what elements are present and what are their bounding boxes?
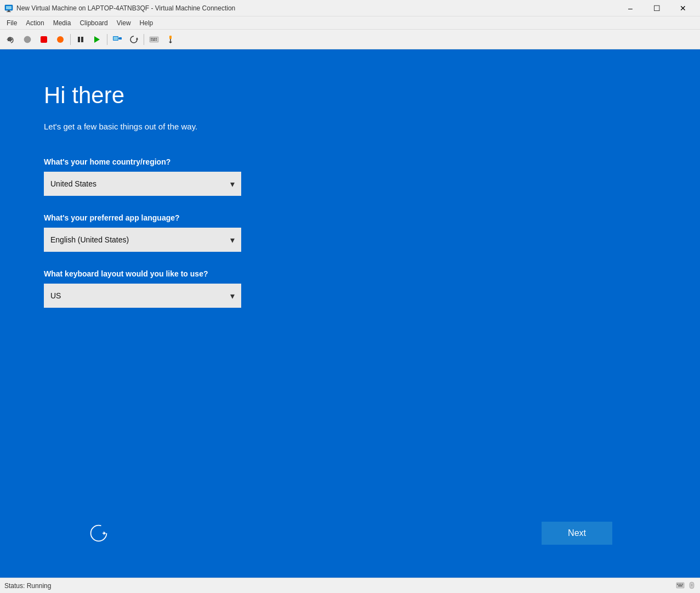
vm-icon [4, 4, 13, 13]
language-select-wrapper: English (United States) [44, 228, 241, 252]
toolbar-separator-1 [70, 34, 71, 45]
keyboard-icon [149, 36, 159, 43]
next-button[interactable]: Next [542, 522, 612, 545]
menu-file[interactable]: File [2, 18, 21, 28]
reset-icon [129, 35, 138, 44]
vm-content: Hi there Let's get a few basic things ou… [0, 49, 700, 578]
power-icon [56, 35, 65, 44]
svg-rect-3 [7, 12, 11, 12]
svg-rect-34 [682, 584, 683, 585]
menu-help[interactable]: Help [135, 18, 158, 28]
reset-progress-icon [88, 522, 110, 544]
menu-bar: File Action Media Clipboard View Help [0, 16, 700, 30]
keyboard-select[interactable]: US [44, 284, 241, 308]
keyboard-group: What keyboard layout would you like to u… [44, 269, 656, 308]
country-group: What's your home country/region? United … [44, 157, 656, 196]
tb-play-button[interactable] [89, 32, 105, 47]
svg-rect-8 [78, 37, 80, 42]
svg-rect-31 [677, 584, 678, 585]
tb-usb-button[interactable] [163, 32, 178, 47]
title-bar-controls: – ☐ ✕ [618, 0, 696, 16]
svg-rect-19 [154, 38, 155, 39]
stop-icon [23, 35, 32, 44]
country-select-wrapper: United States [44, 172, 241, 196]
tb-back-button[interactable] [3, 32, 19, 47]
svg-rect-6 [41, 36, 47, 43]
svg-point-7 [57, 36, 64, 43]
language-label: What's your preferred app language? [44, 213, 656, 222]
title-bar: New Virtual Machine on LAPTOP-4ATNB3QF -… [0, 0, 700, 16]
svg-rect-2 [8, 10, 10, 12]
heading: Hi there [44, 82, 656, 109]
svg-rect-23 [156, 39, 157, 41]
svg-rect-22 [152, 39, 155, 41]
toolbar [0, 30, 700, 49]
svg-rect-17 [151, 38, 152, 39]
toolbar-separator-3 [144, 34, 144, 45]
title-bar-left: New Virtual Machine on LAPTOP-4ATNB3QF -… [4, 4, 235, 13]
play-icon [93, 36, 101, 43]
svg-marker-10 [94, 36, 100, 43]
tb-pause-button[interactable] [73, 32, 88, 47]
status-right-icons [676, 581, 696, 590]
language-group: What's your preferred app language? Engl… [44, 213, 656, 252]
mouse-status-icon [688, 581, 696, 590]
svg-marker-15 [136, 37, 138, 39]
connect-icon [112, 35, 122, 44]
svg-point-5 [24, 36, 31, 43]
svg-rect-35 [678, 585, 682, 586]
menu-clipboard[interactable]: Clipboard [75, 18, 112, 28]
toolbar-separator-2 [107, 34, 107, 45]
menu-media[interactable]: Media [49, 18, 76, 28]
svg-rect-32 [679, 584, 680, 585]
back-icon [7, 35, 15, 44]
svg-rect-12 [113, 37, 118, 40]
maximize-button[interactable]: ☐ [644, 0, 669, 16]
usb-icon [166, 35, 175, 44]
tb-power-button[interactable] [53, 32, 68, 47]
keyboard-status-icon [676, 581, 686, 590]
tb-connect-button[interactable] [110, 32, 125, 47]
country-label: What's your home country/region? [44, 157, 656, 166]
tb-keyboard-button[interactable] [146, 32, 162, 47]
shutdown-icon [39, 35, 48, 44]
pause-icon [77, 36, 84, 43]
status-text: Status: Running [4, 582, 51, 590]
svg-rect-21 [151, 39, 152, 41]
svg-rect-20 [156, 38, 157, 39]
setup-container: Hi there Let's get a few basic things ou… [0, 49, 700, 578]
tb-reset-button[interactable] [126, 32, 141, 47]
window-title: New Virtual Machine on LAPTOP-4ATNB3QF -… [16, 4, 235, 12]
svg-rect-13 [119, 37, 122, 39]
tb-shutdown-button[interactable] [36, 32, 52, 47]
svg-rect-1 [6, 6, 12, 9]
tb-stop-button[interactable] [20, 32, 35, 47]
bottom-bar: Next [44, 522, 656, 567]
keyboard-select-wrapper: US [44, 284, 241, 308]
country-select[interactable]: United States [44, 172, 241, 196]
close-button[interactable]: ✕ [670, 0, 696, 16]
svg-rect-24 [169, 36, 172, 39]
status-bar: Status: Running [0, 578, 700, 593]
language-select[interactable]: English (United States) [44, 228, 241, 252]
keyboard-label: What keyboard layout would you like to u… [44, 269, 656, 278]
minimize-button[interactable]: – [618, 0, 643, 16]
circular-arrow-icon [89, 523, 109, 543]
svg-rect-9 [81, 37, 83, 42]
svg-rect-18 [152, 38, 153, 39]
menu-action[interactable]: Action [21, 18, 48, 28]
svg-rect-33 [680, 584, 681, 585]
menu-view[interactable]: View [112, 18, 135, 28]
svg-marker-26 [169, 42, 172, 43]
subtitle: Let's get a few basic things out of the … [44, 122, 656, 131]
